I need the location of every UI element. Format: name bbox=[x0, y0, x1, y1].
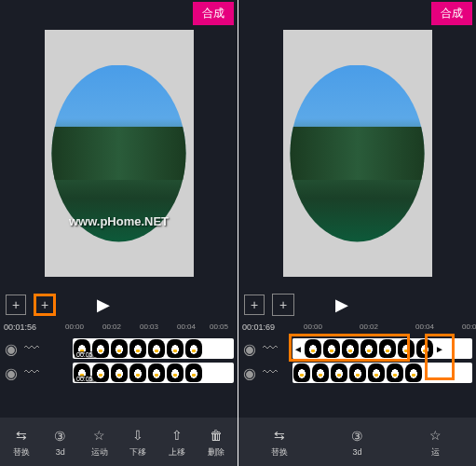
visibility-icon[interactable]: ◉ bbox=[242, 341, 257, 356]
current-time: 00:01:69 bbox=[240, 322, 277, 332]
add-icon[interactable]: + bbox=[244, 295, 265, 315]
track-row: ◉ 〰 00:05 bbox=[4, 337, 234, 360]
keyframe-icon[interactable]: 〰 bbox=[24, 341, 39, 356]
threed-tool[interactable]: ③3d bbox=[339, 427, 374, 457]
compose-button[interactable]: 合成 bbox=[193, 2, 234, 25]
video-clip[interactable] bbox=[292, 363, 472, 383]
compose-button[interactable]: 合成 bbox=[431, 2, 472, 25]
add-icon[interactable]: + bbox=[6, 295, 26, 315]
threed-tool[interactable]: ③3d bbox=[43, 427, 78, 457]
down-icon: ⇩ bbox=[129, 426, 147, 445]
keyframe-icon[interactable]: 〰 bbox=[263, 341, 278, 356]
keyframe-icon[interactable]: 〰 bbox=[263, 365, 278, 380]
motion-tool[interactable]: ☆运 bbox=[417, 426, 453, 459]
move-up-tool[interactable]: ⇧上移 bbox=[159, 426, 195, 459]
topbar: 合成 bbox=[0, 0, 238, 26]
editor-panel-right: 合成 + ▶ 00:01:69 00:00 00:02 00:04 00:06 bbox=[238, 0, 476, 466]
track-row: ◉ 〰 ◄ ► bbox=[242, 337, 472, 360]
track-row: ◉ 〰 bbox=[242, 362, 472, 384]
bottom-toolbar: ⇆替换 ③3d ☆运动 ⇩下移 ⇧上移 🗑删除 bbox=[0, 418, 238, 466]
video-clip[interactable]: 00:05 bbox=[73, 338, 234, 359]
topbar: 合成 bbox=[238, 0, 476, 26]
timeline-controls: + ▶ bbox=[0, 287, 238, 322]
canvas-background[interactable] bbox=[283, 30, 432, 277]
editor-panel-left: 合成 www.pHome.NET + ▶ 00:01:56 00:00 00:0… bbox=[0, 0, 238, 466]
bottom-toolbar: ⇆替换 ③3d ☆运 bbox=[238, 418, 476, 466]
star-icon: ☆ bbox=[426, 426, 444, 445]
clip-handle-left[interactable]: ◄ bbox=[292, 338, 304, 359]
clip-handle-right[interactable]: ► bbox=[434, 338, 445, 359]
visibility-icon[interactable]: ◉ bbox=[4, 365, 19, 380]
track-row: ◉ 〰 00:05 bbox=[4, 362, 234, 384]
move-down-tool[interactable]: ⇩下移 bbox=[120, 426, 156, 459]
timeline-controls: + ▶ bbox=[238, 287, 476, 322]
masked-video-preview bbox=[288, 65, 428, 242]
current-time: 00:01:56 bbox=[2, 322, 38, 332]
star-icon: ☆ bbox=[90, 426, 109, 445]
canvas-area bbox=[238, 26, 476, 287]
add-layer-button[interactable] bbox=[34, 294, 56, 316]
visibility-icon[interactable]: ◉ bbox=[242, 365, 257, 380]
visibility-icon[interactable]: ◉ bbox=[4, 341, 19, 356]
video-clip[interactable]: ◄ ► bbox=[292, 338, 472, 359]
threed-icon: ③ bbox=[51, 427, 70, 445]
swap-icon: ⇆ bbox=[270, 426, 289, 445]
timeline-tracks: ◉ 〰 00:05 ◉ 〰 00:05 bbox=[0, 336, 238, 388]
video-clip[interactable]: 00:05 bbox=[73, 363, 234, 383]
canvas-background[interactable] bbox=[45, 30, 194, 277]
timeline-tracks: ◉ 〰 ◄ ► ◉ 〰 bbox=[238, 336, 476, 388]
trash-icon: 🗑 bbox=[207, 426, 225, 445]
motion-tool[interactable]: ☆运动 bbox=[82, 426, 117, 459]
replace-tool[interactable]: ⇆替换 bbox=[262, 426, 297, 459]
replace-tool[interactable]: ⇆替换 bbox=[4, 426, 39, 459]
timeline-ruler: 00:01:56 00:00 00:02 00:03 00:04 00:05 bbox=[0, 322, 238, 336]
canvas-area bbox=[0, 26, 238, 287]
up-icon: ⇧ bbox=[168, 426, 186, 445]
timeline-ruler: 00:01:69 00:00 00:02 00:04 00:06 bbox=[238, 322, 476, 336]
swap-icon: ⇆ bbox=[12, 426, 31, 445]
keyframe-icon[interactable]: 〰 bbox=[24, 365, 39, 380]
delete-tool[interactable]: 🗑删除 bbox=[198, 426, 234, 459]
add-layer-button[interactable] bbox=[272, 294, 294, 316]
threed-icon: ③ bbox=[347, 427, 366, 445]
watermark-text: www.pHome.NET bbox=[69, 214, 169, 228]
play-button[interactable]: ▶ bbox=[335, 295, 348, 315]
play-button[interactable]: ▶ bbox=[97, 295, 110, 315]
